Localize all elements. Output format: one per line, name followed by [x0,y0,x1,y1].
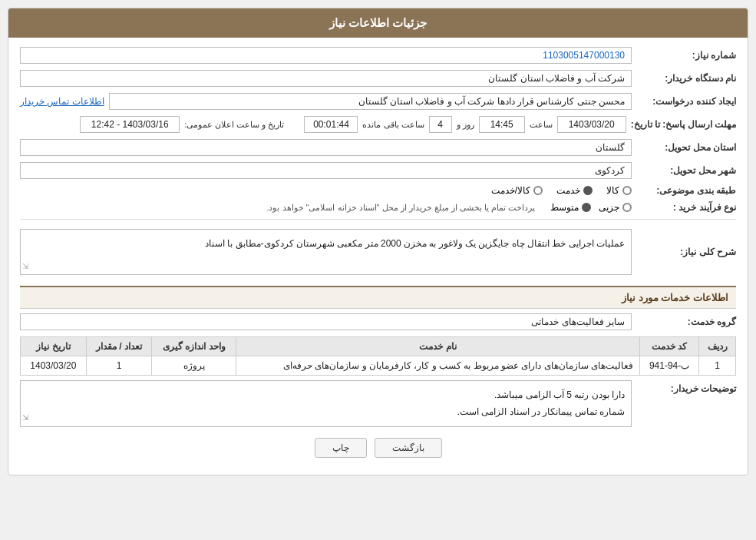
purchase-radios: جزیی متوسط پرداخت تمام یا بخشی از مبلغ خ… [20,202,632,213]
delivery-province-value: گلستان [20,139,632,156]
creator-link[interactable]: اطلاعات تماس خریدار [20,96,104,107]
category-label: طبقه بندی موضوعی: [636,185,736,196]
need-number-value: 1103005147000130 [20,47,632,64]
creator-value: محسن جنتی کارشناس قرار دادها شرکت آب و ف… [109,93,632,110]
buyer-notes-box: دارا بودن رتبه 5 آب الزامی میباشد. شماره… [20,380,632,427]
table-header-row: ردیف کد خدمت نام خدمت واحد اندازه گیری ت… [21,337,736,356]
service-group-row: گروه خدمت: سایر فعالیت‌های خدماتی [20,313,736,330]
col-row-num: ردیف [699,337,736,356]
purchase-jozi-option[interactable]: جزیی [599,202,632,213]
back-button[interactable]: بازگشت [375,438,442,458]
table-row: 1 ب-94-941 فعالیت‌های سازمان‌های دارای ع… [21,356,736,376]
buyer-org-label: نام دستگاه خریدار: [636,73,736,84]
cell-unit: پروژه [152,356,236,376]
category-kala-option[interactable]: کالا [606,185,632,196]
buyer-notes-line2: شماره تماس پیمانکار در اسناد الزامی است. [27,404,625,421]
col-quantity: تعداد / مقدار [86,337,152,356]
announce-date-label: تاریخ و ساعت اعلان عمومی: [184,120,284,130]
need-number-label: شماره نیاز: [636,50,736,61]
col-service-name: نام خدمت [236,337,640,356]
need-description-text: عملیات اجرایی خط انتقال چاه جایگزین یک و… [205,238,625,249]
purchase-type-row: نوع فرآیند خرید : جزیی متوسط پرداخت تمام… [20,202,736,213]
category-khadamat-option[interactable]: خدمت [556,185,593,196]
reply-days: 4 [429,116,452,133]
col-service-code: کد خدمت [640,337,699,356]
reply-date: 1403/03/20 [557,116,626,133]
col-unit: واحد اندازه گیری [152,337,236,356]
buyer-notes-label: توضیحات خریدار: [636,380,736,394]
divider1 [20,219,736,220]
reply-day-label: روز و [457,120,474,130]
purchase-motavasset-label: متوسط [550,202,579,213]
print-button[interactable]: چاپ [315,438,367,458]
category-kala-label: کالا [606,185,619,196]
col-date: تاریخ نیاز [21,337,87,356]
page-title: جزئیات اطلاعات نیاز [329,16,427,29]
category-kala-khadamat-radio [533,186,543,195]
need-description-row: شرح کلی نیاز: عملیات اجرایی خط انتقال چا… [20,224,736,280]
services-table: ردیف کد خدمت نام خدمت واحد اندازه گیری ت… [20,336,736,376]
category-khadamat-radio [583,186,593,195]
delivery-city-row: شهر محل تحویل: کردکوی [20,162,736,179]
buttons-row: بازگشت چاپ [20,438,736,465]
cell-row-num: 1 [699,356,736,376]
cell-quantity: 1 [86,356,152,376]
category-kala-radio [622,186,632,195]
cell-date: 1403/03/20 [21,356,87,376]
announce-date-value: 1403/03/16 - 12:42 [80,116,180,133]
notes-resize-icon: ⇲ [22,411,28,425]
creator-row: ایجاد کننده درخواست: محسن جنتی کارشناس ق… [20,93,736,110]
buyer-org-row: نام دستگاه خریدار: شرکت آب و فاضلاب استا… [20,70,736,87]
buyer-notes-line1: دارا بودن رتبه 5 آب الزامی میباشد. [27,387,625,404]
main-card: جزئیات اطلاعات نیاز شماره نیاز: 11030051… [8,8,748,475]
need-description-box: عملیات اجرایی خط انتقال چاه جایگزین یک و… [20,229,632,275]
need-description-label: شرح کلی نیاز: [636,247,736,257]
cell-service-code: ب-94-941 [640,356,699,376]
card-body: شماره نیاز: 1103005147000130 نام دستگاه … [8,38,748,475]
category-kala-khadamat-option[interactable]: کالا/خدمت [491,185,543,196]
card-header: جزئیات اطلاعات نیاز [8,8,748,38]
category-kala-khadamat-label: کالا/خدمت [491,185,530,196]
purchase-motavasset-radio [582,203,591,212]
creator-label: ایجاد کننده درخواست: [636,96,736,107]
reply-time-label: ساعت [530,120,553,130]
delivery-city-label: شهر محل تحویل: [636,165,736,176]
delivery-province-row: استان محل تحویل: گلستان [20,139,736,156]
service-group-label: گروه خدمت: [636,316,736,327]
resize-icon: ⇲ [22,260,28,273]
reply-time: 14:45 [479,116,525,133]
reply-deadline-row: مهلت ارسال پاسخ: تا تاریخ: 1403/03/20 سا… [20,116,736,133]
purchase-motavasset-option[interactable]: متوسط [550,202,591,213]
delivery-province-label: استان محل تحویل: [636,142,736,153]
category-khadamat-label: خدمت [556,185,580,196]
delivery-city-value: کردکوی [20,162,632,179]
need-number-row: شماره نیاز: 1103005147000130 [20,47,736,64]
buyer-notes-row: توضیحات خریدار: دارا بودن رتبه 5 آب الزا… [20,380,736,427]
purchase-note: پرداخت تمام یا بخشی از مبلغ خریدار از مح… [266,203,535,213]
category-row: طبقه بندی موضوعی: کالا خدمت کالا/خدمت [20,185,736,196]
purchase-type-label: نوع فرآیند خرید : [636,202,736,213]
purchase-jozi-label: جزیی [599,202,619,213]
purchase-jozi-radio [622,203,632,212]
cell-service-name: فعالیت‌های سازمان‌های دارای عضو مربوط به… [236,356,640,376]
reply-deadline-label: مهلت ارسال پاسخ: تا تاریخ: [631,119,736,130]
category-radios: کالا خدمت کالا/خدمت [20,185,632,196]
services-section-title: اطلاعات خدمات مورد نیاز [20,286,736,309]
reply-remaining: 00:01:44 [304,116,358,133]
table-area: ردیف کد خدمت نام خدمت واحد اندازه گیری ت… [20,336,736,376]
buyer-org-value: شرکت آب و فاضلاب استان گلستان [20,70,632,87]
service-group-value: سایر فعالیت‌های خدماتی [20,313,632,330]
page-wrapper: جزئیات اطلاعات نیاز شماره نیاز: 11030051… [0,0,756,540]
reply-remaining-label: ساعت باقی مانده [362,120,424,130]
